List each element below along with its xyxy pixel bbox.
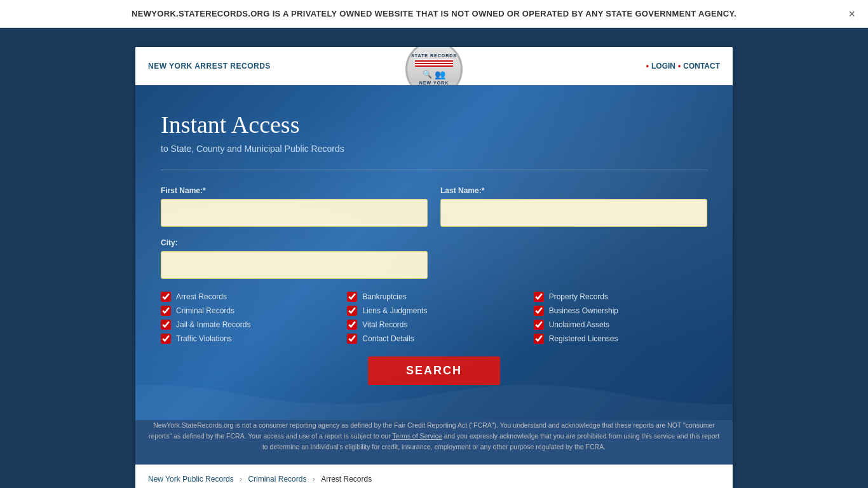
logo-icons: 🔍 👥 xyxy=(423,69,445,79)
breadcrumb-item-2[interactable]: Criminal Records xyxy=(248,475,306,484)
site-title: NEW YORK ARREST RECORDS xyxy=(148,62,271,71)
checkbox-label-3: Criminal Records xyxy=(176,306,234,315)
checkbox-6[interactable] xyxy=(161,320,171,330)
last-name-input[interactable] xyxy=(440,199,707,227)
checkbox-item: Bankruptcies xyxy=(347,292,520,302)
terms-link[interactable]: Terms of Service xyxy=(392,432,442,440)
search-icon: 🔍 xyxy=(423,70,432,79)
checkbox-label-0: Arrest Records xyxy=(176,292,227,301)
breadcrumb-item-1[interactable]: New York Public Records xyxy=(148,475,234,484)
checkbox-3[interactable] xyxy=(161,306,171,316)
login-link[interactable]: LOGIN xyxy=(651,62,675,71)
checkbox-5[interactable] xyxy=(534,306,544,316)
city-label: City: xyxy=(161,238,428,247)
checkbox-section: Arrest RecordsBankruptciesProperty Recor… xyxy=(161,292,707,344)
checkbox-item: Contact Details xyxy=(347,334,520,344)
contact-link[interactable]: CONTACT xyxy=(683,62,720,71)
checkbox-1[interactable] xyxy=(347,292,357,302)
bullet-login: • xyxy=(646,62,649,71)
checkbox-item: Unclaimed Assets xyxy=(534,320,707,330)
checkbox-item: Registered Licenses xyxy=(534,334,707,344)
breadcrumb-item-3: Arrest Records xyxy=(321,475,372,484)
disclaimer-section: NewYork.StateRecords.org is not a consum… xyxy=(135,420,733,464)
first-name-label: First Name:* xyxy=(161,186,428,195)
checkbox-9[interactable] xyxy=(161,334,171,344)
people-icon: 👥 xyxy=(435,69,445,79)
banner-text: NEWYORK.STATERECORDS.ORG IS A PRIVATELY … xyxy=(38,9,830,18)
first-name-input[interactable] xyxy=(161,199,428,227)
checkbox-0[interactable] xyxy=(161,292,171,302)
disclaimer-text: NewYork.StateRecords.org is not a consum… xyxy=(149,421,719,451)
checkbox-item: Liens & Judgments xyxy=(347,306,520,316)
checkbox-4[interactable] xyxy=(347,306,357,316)
checkbox-label-7: Vital Records xyxy=(362,320,407,329)
search-btn-wrap: SEARCH xyxy=(161,356,707,385)
bullet-contact: • xyxy=(678,62,681,71)
main-card: NEW YORK ARREST RECORDS STATE RECORDS 🔍 … xyxy=(135,47,733,488)
divider xyxy=(161,170,707,170)
checkbox-label-5: Business Ownership xyxy=(549,306,618,315)
last-name-label: Last Name:* xyxy=(440,186,707,195)
checkbox-item: Property Records xyxy=(534,292,707,302)
first-name-group: First Name:* xyxy=(161,186,428,227)
main-outer: NEW YORK ARREST RECORDS STATE RECORDS 🔍 … xyxy=(0,28,868,488)
checkbox-label-11: Registered Licenses xyxy=(549,334,618,343)
checkbox-10[interactable] xyxy=(347,334,357,344)
city-group: City: xyxy=(161,238,428,279)
logo-top-text: STATE RECORDS xyxy=(411,53,457,58)
top-banner: NEWYORK.STATERECORDS.ORG IS A PRIVATELY … xyxy=(0,0,868,28)
checkbox-label-9: Traffic Violations xyxy=(176,334,232,343)
checkbox-label-4: Liens & Judgments xyxy=(362,306,427,315)
breadcrumb-sep-1: › xyxy=(240,475,242,484)
checkbox-item: Jail & Inmate Records xyxy=(161,320,334,330)
breadcrumb-sep-2: › xyxy=(313,475,315,484)
page-heading: Instant Access xyxy=(161,111,707,139)
checkbox-11[interactable] xyxy=(534,334,544,344)
search-button[interactable]: SEARCH xyxy=(368,356,500,385)
card-nav: NEW YORK ARREST RECORDS STATE RECORDS 🔍 … xyxy=(135,47,733,85)
checkbox-item: Traffic Violations xyxy=(161,334,334,344)
checkbox-label-2: Property Records xyxy=(549,292,608,301)
checkbox-item: Business Ownership xyxy=(534,306,707,316)
checkbox-7[interactable] xyxy=(347,320,357,330)
logo-bottom-text: NEW YORK xyxy=(419,81,449,85)
checkbox-item: Arrest Records xyxy=(161,292,334,302)
last-name-group: Last Name:* xyxy=(440,186,707,227)
page-subtitle: to State, County and Municipal Public Re… xyxy=(161,144,707,154)
nav-links: • LOGIN • CONTACT xyxy=(646,62,720,71)
city-row: City: xyxy=(161,238,707,279)
checkbox-label-1: Bankruptcies xyxy=(362,292,406,301)
checkbox-2[interactable] xyxy=(534,292,544,302)
close-banner-button[interactable]: × xyxy=(848,7,855,20)
hero-section: Instant Access to State, County and Muni… xyxy=(135,85,733,420)
checkbox-item: Vital Records xyxy=(347,320,520,330)
flag-stripe xyxy=(415,59,453,67)
city-input[interactable] xyxy=(161,251,428,279)
checkbox-label-8: Unclaimed Assets xyxy=(549,320,609,329)
checkbox-item: Criminal Records xyxy=(161,306,334,316)
checkbox-label-10: Contact Details xyxy=(362,334,414,343)
checkbox-label-6: Jail & Inmate Records xyxy=(176,320,250,329)
name-row: First Name:* Last Name:* xyxy=(161,186,707,227)
checkbox-8[interactable] xyxy=(534,320,544,330)
breadcrumb: New York Public Records › Criminal Recor… xyxy=(135,464,733,488)
